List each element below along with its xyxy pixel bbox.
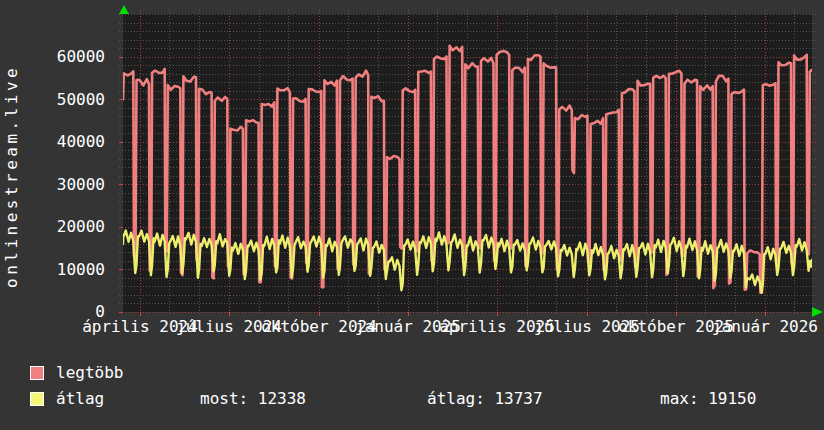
- stat-atlag: átlag: 13737: [427, 391, 543, 407]
- legend-swatch-atlag: [30, 392, 44, 406]
- vertical-axis-title: onlinestream.live: [2, 46, 21, 288]
- plot-area: [123, 14, 812, 312]
- stat-max: max: 19150: [660, 391, 756, 407]
- legend-label-legtobb: legtöbb: [56, 365, 123, 381]
- y-tick-label: 20000: [57, 219, 105, 235]
- x-axis-arrow-icon: [812, 307, 823, 317]
- y-tick-label: 40000: [57, 134, 105, 150]
- legend-row-atlag: átlag most: 12338 átlag: 13737 max: 1915…: [0, 391, 824, 407]
- y-axis-arrow-icon: [119, 5, 129, 14]
- legend-row-legtobb: legtöbb: [0, 365, 824, 381]
- rrd-graph-page: onlinestream.live 0100002000030000400005…: [0, 0, 824, 430]
- y-tick-label: 60000: [57, 49, 105, 65]
- y-tick-label: 10000: [57, 262, 105, 278]
- x-tick-label: január 2026: [712, 319, 818, 335]
- legend-swatch-legtobb: [30, 366, 44, 380]
- y-tick-label: 50000: [57, 92, 105, 108]
- chart-svg: [123, 14, 812, 312]
- y-tick-label: 30000: [57, 177, 105, 193]
- legend-label-atlag: átlag: [56, 391, 104, 407]
- stat-most: most: 12338: [200, 391, 306, 407]
